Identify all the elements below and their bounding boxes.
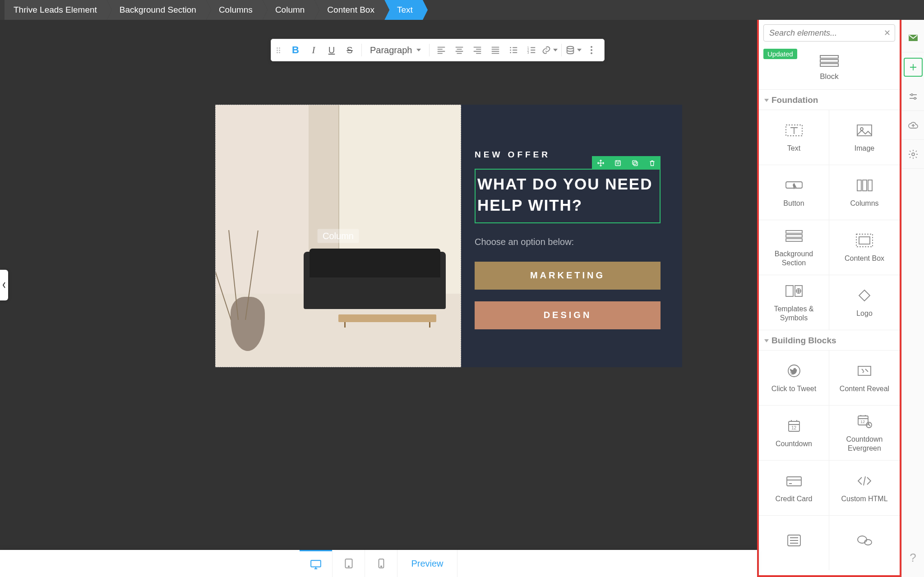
breadcrumb-item[interactable]: Background Section xyxy=(107,0,206,20)
new-offer-text: NEW OFFER xyxy=(475,150,550,159)
breadcrumb-item[interactable]: Content Box xyxy=(314,0,384,20)
move-element-button[interactable] xyxy=(592,156,609,170)
chevron-down-icon xyxy=(764,339,769,342)
align-right-button[interactable] xyxy=(468,41,486,59)
chevron-down-icon xyxy=(764,99,769,102)
clear-search-icon[interactable]: ✕ xyxy=(884,28,891,38)
svg-rect-29 xyxy=(859,237,870,244)
paragraph-style-select[interactable]: Paragraph xyxy=(365,45,426,55)
element-countdown-evergreen[interactable]: 12Countdown Evergreen xyxy=(829,405,900,460)
link-button[interactable] xyxy=(541,41,559,59)
svg-rect-8 xyxy=(633,162,638,166)
templates-icon xyxy=(784,283,804,299)
element-credit-card[interactable]: Credit Card xyxy=(759,460,829,515)
svg-text:3: 3 xyxy=(527,51,529,54)
element-text[interactable]: Text xyxy=(759,110,829,165)
element-custom-html[interactable]: Custom HTML xyxy=(829,460,900,515)
delete-element-button[interactable] xyxy=(643,156,661,170)
breadcrumb-item[interactable]: Columns xyxy=(206,0,263,20)
tablet-view-button[interactable] xyxy=(332,550,365,577)
text-icon xyxy=(784,122,804,138)
element-extra-2[interactable] xyxy=(829,515,900,570)
left-panel-expand-handle[interactable] xyxy=(0,270,8,300)
svg-rect-7 xyxy=(615,160,620,165)
align-center-button[interactable] xyxy=(450,41,468,59)
svg-rect-25 xyxy=(786,231,802,233)
svg-rect-19 xyxy=(857,125,872,136)
credit-card-icon xyxy=(784,473,804,489)
featured-element-label: Block xyxy=(820,72,839,81)
data-button[interactable] xyxy=(564,41,582,59)
svg-rect-9 xyxy=(632,160,636,164)
element-columns[interactable]: Columns xyxy=(829,165,900,220)
countdown-icon: 12 xyxy=(784,418,804,434)
mail-icon-button[interactable] xyxy=(902,23,924,52)
right-rail: ? xyxy=(901,20,924,577)
align-justify-button[interactable] xyxy=(486,41,504,59)
element-content-reveal[interactable]: Content Reveal xyxy=(829,350,900,405)
svg-rect-34 xyxy=(858,366,871,375)
column-placeholder: Column xyxy=(317,229,359,243)
element-action-bar xyxy=(592,156,661,170)
heading-text[interactable]: WHAT DO YOU NEED HELP WITH? xyxy=(477,173,655,216)
element-background-section[interactable]: Background Section xyxy=(759,220,829,275)
italic-button[interactable]: I xyxy=(305,41,323,59)
strikethrough-button[interactable]: S xyxy=(341,41,359,59)
duplicate-element-button[interactable] xyxy=(626,156,643,170)
help-button[interactable]: ? xyxy=(902,545,924,570)
breadcrumb-bar: Thrive Leads Element Background Section … xyxy=(0,0,924,20)
tweet-icon xyxy=(784,363,804,379)
countdown-evergreen-icon: 12 xyxy=(855,413,874,429)
form-image-column[interactable]: Column xyxy=(215,105,461,367)
breadcrumb-item-active[interactable]: Text xyxy=(384,0,423,20)
svg-text:12: 12 xyxy=(860,420,865,424)
svg-point-6 xyxy=(567,46,574,49)
content-reveal-icon xyxy=(855,363,874,379)
foundation-section-header[interactable]: Foundation xyxy=(759,89,900,110)
featured-element[interactable]: Updated Block xyxy=(759,44,900,89)
bullet-list-button[interactable] xyxy=(504,41,522,59)
toolbar-drag-handle[interactable] xyxy=(275,47,282,53)
columns-icon xyxy=(855,177,874,194)
mobile-view-button[interactable] xyxy=(365,550,397,577)
elements-search-wrap: ✕ xyxy=(759,20,900,44)
svg-point-14 xyxy=(381,566,382,567)
element-button[interactable]: Button xyxy=(759,165,829,220)
element-extra-1[interactable] xyxy=(759,515,829,570)
elements-search-input[interactable] xyxy=(763,24,895,42)
ordered-list-button[interactable]: 123 xyxy=(522,41,541,59)
design-button[interactable]: DESIGN xyxy=(475,301,661,329)
subtitle-text[interactable]: Choose an option below: xyxy=(475,237,661,247)
svg-rect-17 xyxy=(820,64,838,66)
breadcrumb-item[interactable]: Column xyxy=(263,0,314,20)
element-countdown[interactable]: 12Countdown xyxy=(759,405,829,460)
desktop-view-button[interactable] xyxy=(300,550,332,577)
add-element-button[interactable] xyxy=(904,58,923,77)
bold-button[interactable]: B xyxy=(286,41,305,59)
underline-button[interactable]: U xyxy=(323,41,341,59)
preview-button[interactable]: Preview xyxy=(397,550,457,577)
svg-rect-22 xyxy=(857,180,861,191)
breadcrumb-item[interactable]: Thrive Leads Element xyxy=(5,0,107,20)
svg-rect-40 xyxy=(787,477,801,486)
svg-rect-26 xyxy=(786,235,802,237)
heading-selected[interactable]: WHAT DO YOU NEED HELP WITH? xyxy=(475,169,661,223)
marketing-button[interactable]: MARKETING xyxy=(475,262,661,290)
svg-rect-15 xyxy=(820,55,838,58)
element-image[interactable]: Image xyxy=(829,110,900,165)
updated-badge: Updated xyxy=(763,49,797,59)
building-blocks-section-header[interactable]: Building Blocks xyxy=(759,330,900,350)
content-box-icon xyxy=(855,232,874,249)
align-left-button[interactable] xyxy=(432,41,450,59)
settings-sliders-button[interactable] xyxy=(902,82,924,111)
element-templates-symbols[interactable]: Templates & Symbols xyxy=(759,275,829,330)
element-click-to-tweet[interactable]: Click to Tweet xyxy=(759,350,829,405)
element-content-box[interactable]: Content Box xyxy=(829,220,900,275)
more-options-button[interactable] xyxy=(582,41,601,59)
gear-icon-button[interactable] xyxy=(902,140,924,169)
cloud-save-button[interactable] xyxy=(902,111,924,140)
viewport-bar: Preview xyxy=(0,550,757,577)
save-element-button[interactable] xyxy=(609,156,626,170)
text-format-toolbar: B I U S Paragraph 123 xyxy=(271,39,605,61)
element-logo[interactable]: Logo xyxy=(829,275,900,330)
